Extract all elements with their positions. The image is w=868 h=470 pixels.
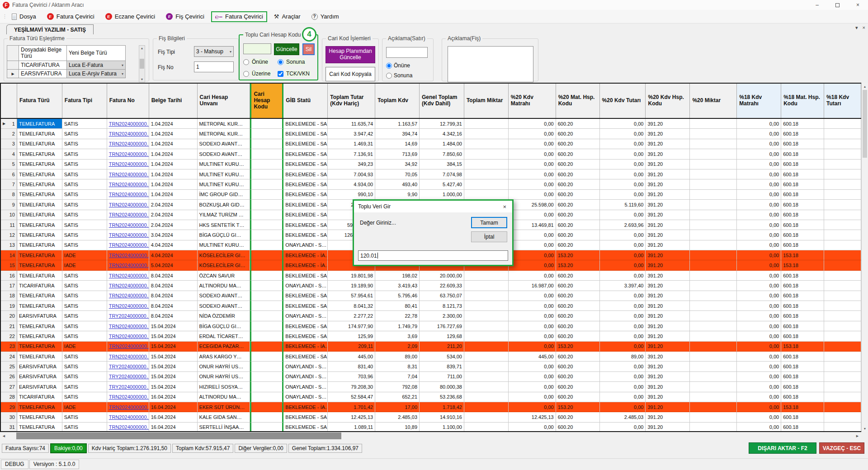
value-cell[interactable]: 600.18 bbox=[781, 149, 824, 159]
gib-statu-cell[interactable]: BEKLEMEDE - SA… bbox=[283, 119, 328, 129]
value-cell[interactable] bbox=[464, 139, 509, 149]
value-cell[interactable]: 5.795,46 bbox=[375, 291, 420, 301]
value-cell[interactable]: 391.20 bbox=[646, 382, 690, 392]
value-cell[interactable]: 600.18 bbox=[781, 220, 824, 230]
value-cell[interactable]: 0,00 bbox=[737, 311, 781, 321]
value-cell[interactable] bbox=[690, 362, 737, 371]
cari-hesap-kodu-cell[interactable] bbox=[250, 382, 283, 392]
value-cell[interactable]: 7.136,91 bbox=[328, 149, 375, 159]
gib-statu-cell[interactable]: BEKLEMEDE - SA… bbox=[283, 291, 328, 301]
value-cell[interactable]: 0,00 bbox=[600, 169, 646, 179]
row-header[interactable]: 11 bbox=[1, 220, 17, 230]
value-cell[interactable]: 600.20 bbox=[556, 352, 600, 362]
row-header[interactable]: 10 bbox=[1, 210, 17, 220]
row-header[interactable]: 19 bbox=[1, 301, 17, 311]
cari-hesap-unvani-cell[interactable]: MULTINET KURU… bbox=[198, 160, 250, 169]
row-header[interactable]: 17 bbox=[1, 281, 17, 291]
row-header[interactable]: 3 bbox=[1, 139, 17, 149]
fatura-no-cell[interactable]: TRY2024000000… bbox=[107, 311, 149, 321]
column-header[interactable]: Fatura Türü bbox=[17, 84, 62, 118]
invoice-link[interactable]: TRN2024000000… bbox=[109, 354, 149, 359]
value-cell[interactable]: 7.074,98 bbox=[420, 169, 464, 179]
value-cell[interactable] bbox=[690, 230, 737, 240]
value-cell[interactable]: 600.20 bbox=[556, 200, 600, 210]
value-cell[interactable] bbox=[824, 160, 861, 169]
disari-aktar-button[interactable]: DIŞARI AKTAR - F2 bbox=[749, 442, 816, 454]
value-cell[interactable]: 600.20 bbox=[556, 149, 600, 159]
fatura-no-cell[interactable]: TRN2024000000… bbox=[107, 190, 149, 200]
value-cell[interactable]: 600.20 bbox=[556, 160, 600, 169]
gib-statu-cell[interactable]: BEKLEMEDE - SA… bbox=[283, 271, 328, 281]
row-header[interactable]: 5 bbox=[1, 160, 17, 169]
value-cell[interactable]: 600.18 bbox=[781, 230, 824, 240]
value-cell[interactable]: 10,89 bbox=[375, 423, 420, 432]
value-cell[interactable]: 0,00 bbox=[737, 382, 781, 392]
value-cell[interactable] bbox=[690, 260, 737, 270]
belge-tarihi-cell[interactable]: 16.04.2024 bbox=[149, 402, 198, 412]
row-header[interactable]: 29 bbox=[1, 402, 17, 412]
radio-icon[interactable] bbox=[278, 59, 283, 65]
value-cell[interactable]: 391.20 bbox=[646, 169, 690, 179]
value-cell[interactable]: 391.20 bbox=[646, 240, 690, 250]
value-cell[interactable] bbox=[824, 311, 861, 321]
fatura-turu-cell[interactable]: TEMELFATURA bbox=[17, 119, 62, 129]
value-cell[interactable]: 391.20 bbox=[646, 362, 690, 371]
fatura-tipi-cell[interactable]: SATIS bbox=[62, 190, 107, 200]
value-cell[interactable]: 70,05 bbox=[375, 169, 420, 179]
value-cell[interactable]: 89,00 bbox=[600, 352, 646, 362]
value-cell[interactable]: 0,00 bbox=[600, 139, 646, 149]
cari-hesap-kodu-cell[interactable] bbox=[250, 139, 283, 149]
value-cell[interactable] bbox=[690, 301, 737, 311]
value-cell[interactable]: 0,00 bbox=[600, 402, 646, 412]
fatura-tipi-cell[interactable]: SATIS bbox=[62, 240, 107, 250]
value-cell[interactable]: 391.20 bbox=[646, 392, 690, 402]
fatura-no-cell[interactable]: TRN2024000000… bbox=[107, 210, 149, 220]
belge-tarihi-cell[interactable]: 5.04.2024 bbox=[149, 260, 198, 270]
scroll-right-icon[interactable]: ▶ bbox=[854, 432, 861, 440]
column-header[interactable]: %20 Kdv Matrahı bbox=[509, 84, 556, 118]
fatura-turu-cell[interactable]: TEMELFATURA bbox=[17, 210, 62, 220]
value-cell[interactable]: 63.750,07 bbox=[420, 291, 464, 301]
value-cell[interactable] bbox=[690, 423, 737, 432]
value-cell[interactable]: 0,00 bbox=[600, 210, 646, 220]
column-header[interactable]: Fatura Tipi bbox=[62, 84, 107, 118]
value-cell[interactable]: 1.718,42 bbox=[420, 402, 464, 412]
invoice-link[interactable]: TRN2024000000… bbox=[109, 404, 149, 410]
fatura-no-cell[interactable]: TRN2024000000… bbox=[107, 281, 149, 291]
cari-hesap-kodu-cell[interactable] bbox=[250, 412, 283, 422]
value-cell[interactable]: 0,00 bbox=[509, 291, 556, 301]
value-cell[interactable]: 0,00 bbox=[600, 392, 646, 402]
value-cell[interactable]: 1.484,00 bbox=[420, 139, 464, 149]
fatura-tipi-cell[interactable]: SATIS bbox=[62, 412, 107, 422]
value-cell[interactable]: 0,00 bbox=[509, 311, 556, 321]
value-cell[interactable]: 1.749,79 bbox=[375, 321, 420, 331]
value-cell[interactable] bbox=[464, 129, 509, 139]
gib-statu-cell[interactable]: ONAYLANDI - S… bbox=[283, 392, 328, 402]
value-cell[interactable] bbox=[824, 342, 861, 352]
value-cell[interactable]: 0,00 bbox=[509, 392, 556, 402]
value-cell[interactable]: 1.469,31 bbox=[328, 139, 375, 149]
value-cell[interactable]: 0,00 bbox=[509, 160, 556, 169]
fatura-no-cell[interactable]: TRN2024000000… bbox=[107, 331, 149, 341]
cari-hesap-kodu-cell[interactable] bbox=[250, 291, 283, 301]
value-cell[interactable]: 2.300,00 bbox=[420, 311, 464, 321]
value-cell[interactable] bbox=[464, 362, 509, 371]
value-cell[interactable]: 391.20 bbox=[646, 210, 690, 220]
value-cell[interactable] bbox=[690, 240, 737, 250]
value-cell[interactable]: 600.18 bbox=[781, 210, 824, 220]
value-cell[interactable]: 1.100,00 bbox=[420, 423, 464, 432]
value-cell[interactable]: 0,00 bbox=[737, 260, 781, 270]
value-cell[interactable]: 600.20 bbox=[556, 179, 600, 189]
value-cell[interactable]: 391.20 bbox=[646, 412, 690, 422]
fatura-no-cell[interactable]: TRN2024000000… bbox=[107, 260, 149, 270]
value-cell[interactable] bbox=[464, 169, 509, 179]
column-header[interactable]: %20 Mat. Hsp. Kodu bbox=[556, 84, 600, 118]
fatura-tipi-cell[interactable]: SATIS bbox=[62, 139, 107, 149]
fatura-no-cell[interactable]: TRN2024000000… bbox=[107, 342, 149, 352]
value-cell[interactable]: 0,00 bbox=[509, 230, 556, 240]
mapping-from-cell[interactable]: EARSIVFATURA bbox=[19, 70, 67, 78]
value-cell[interactable]: 22.609,33 bbox=[420, 281, 464, 291]
fatura-no-cell[interactable]: TRN2024000000… bbox=[107, 230, 149, 240]
value-cell[interactable] bbox=[690, 190, 737, 200]
menu-fatura-cevirici[interactable]: F Fatura Çevirici bbox=[43, 11, 99, 22]
